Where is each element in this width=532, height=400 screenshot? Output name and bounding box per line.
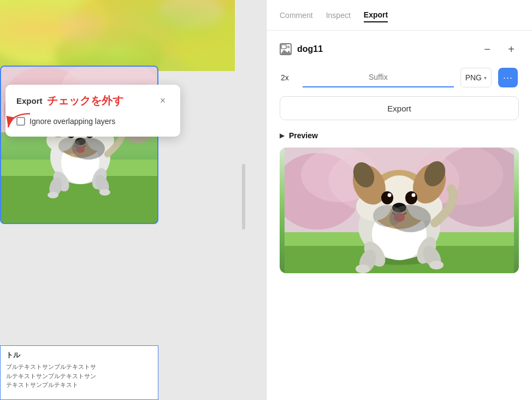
preview-title: Preview — [289, 131, 318, 140]
plus-button[interactable]: + — [504, 42, 519, 57]
svg-point-59 — [356, 264, 370, 273]
asset-name-label: dog11 — [297, 44, 323, 54]
svg-point-6 — [60, 14, 104, 41]
svg-rect-0 — [0, 0, 235, 71]
tab-bar: Comment Inspect Export — [267, 0, 532, 31]
preview-dog-svg — [285, 148, 514, 273]
tab-inspect[interactable]: Inspect — [326, 9, 351, 22]
popup-close-button[interactable]: × — [156, 95, 169, 108]
asset-controls: − + — [480, 42, 519, 57]
panel-content: dog11 − + 2x PNG ▾ ··· Export ▶ Preview — [267, 31, 532, 400]
export-settings-row: 2x PNG ▾ ··· — [280, 68, 519, 87]
format-select[interactable]: PNG ▾ — [460, 68, 492, 87]
svg-point-4 — [175, 11, 235, 71]
canvas-area: トル プルテキストサンプルテキストサ ルテキストサンプルテキストサン テキストサ… — [0, 0, 266, 400]
svg-point-21 — [48, 192, 58, 198]
top-background-image — [0, 0, 235, 71]
svg-point-69 — [381, 191, 393, 204]
more-options-button[interactable]: ··· — [498, 68, 518, 87]
svg-point-70 — [405, 191, 417, 204]
svg-point-43 — [287, 46, 290, 49]
svg-point-72 — [412, 193, 416, 197]
canvas-text-overlay: トル プルテキストサンプルテキストサ ルテキストサンプルテキストサン テキストサ… — [0, 345, 158, 400]
asset-image-icon — [280, 43, 292, 55]
popup-header: Export チェックを外す × — [16, 93, 169, 108]
svg-point-71 — [388, 193, 392, 197]
popup-annotation: チェックを外す — [47, 93, 123, 108]
svg-point-22 — [99, 189, 110, 196]
format-value: PNG — [465, 73, 482, 82]
canvas-body: プルテキストサンプルテキストサ ルテキストサンプルテキストサン テキストサンプル… — [6, 362, 152, 390]
preview-image — [280, 148, 519, 273]
suffix-input[interactable] — [303, 68, 454, 87]
minus-button[interactable]: − — [480, 42, 495, 57]
popup-title-group: Export チェックを外す — [16, 93, 123, 108]
export-popup: Export チェックを外す × Ignore overlapping laye… — [5, 85, 180, 137]
svg-point-2 — [76, 0, 235, 55]
canvas-title: トル — [6, 350, 152, 360]
preview-toggle-arrow[interactable]: ▶ — [280, 132, 285, 139]
format-chevron: ▾ — [484, 75, 487, 81]
export-button[interactable]: Export — [280, 96, 519, 120]
annotation-arrow — [0, 111, 33, 133]
svg-point-5 — [158, 0, 224, 27]
scrollbar[interactable] — [242, 164, 245, 230]
svg-rect-41 — [281, 45, 286, 49]
svg-marker-42 — [280, 50, 291, 55]
asset-row: dog11 − + — [280, 42, 519, 57]
svg-point-1 — [0, 0, 109, 66]
tab-export[interactable]: Export — [364, 8, 388, 22]
scale-label: 2x — [281, 73, 296, 82]
popup-checkbox-row: Ignore overlapping layers — [16, 117, 169, 126]
ignore-overlapping-label: Ignore overlapping layers — [29, 117, 115, 126]
tab-comment[interactable]: Comment — [280, 9, 313, 22]
svg-point-38 — [58, 138, 80, 154]
svg-point-60 — [429, 261, 444, 269]
svg-point-3 — [55, 27, 164, 71]
right-panel: Comment Inspect Export dog11 − + — [266, 0, 532, 400]
popup-title: Export — [16, 96, 43, 105]
asset-name-group: dog11 — [280, 43, 323, 55]
preview-header: ▶ Preview — [280, 131, 519, 140]
svg-point-76 — [373, 205, 401, 227]
